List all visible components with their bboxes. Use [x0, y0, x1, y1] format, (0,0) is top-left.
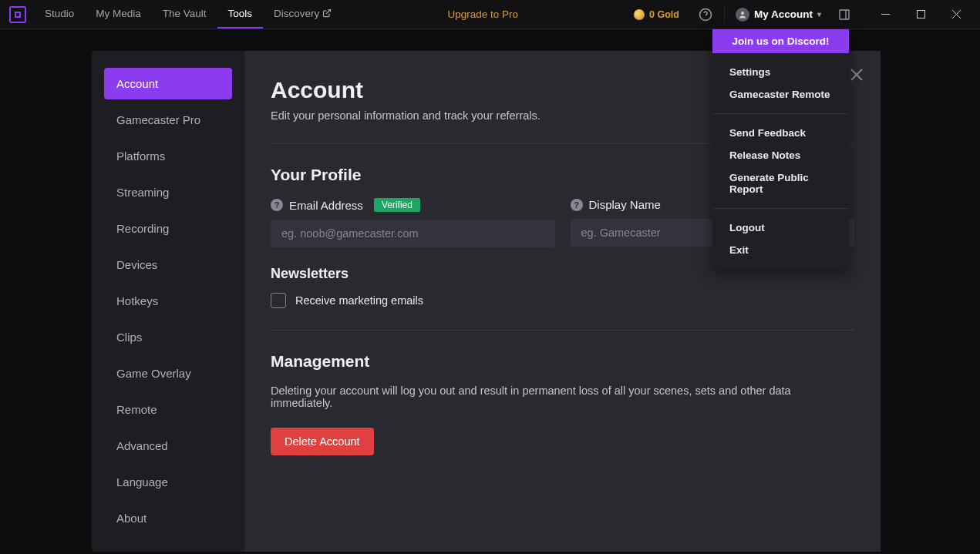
nav-tab-discovery-label: Discovery: [274, 8, 319, 19]
layout-toggle-button[interactable]: [829, 0, 860, 29]
avatar-icon: [736, 8, 749, 22]
nav-tab-studio[interactable]: Studio: [34, 0, 85, 29]
gold-coin-icon: [634, 9, 645, 20]
dropdown-item-gamecaster-remote[interactable]: Gamecaster Remote: [712, 83, 849, 106]
window-maximize-button[interactable]: [903, 0, 938, 29]
app-logo[interactable]: [9, 6, 26, 23]
discord-banner[interactable]: Join us on Discord!: [712, 29, 849, 53]
dropdown-item-exit[interactable]: Exit: [712, 239, 849, 261]
help-icon[interactable]: ?: [271, 199, 283, 211]
sidebar-item-account[interactable]: Account: [104, 68, 232, 99]
account-dropdown: Join us on Discord! Settings Gamecaster …: [712, 29, 849, 269]
upgrade-to-pro-link[interactable]: Upgrade to Pro: [447, 8, 518, 20]
marketing-emails-label: Receive marketing emails: [295, 294, 423, 307]
dropdown-item-send-feedback[interactable]: Send Feedback: [712, 122, 849, 144]
dropdown-item-logout[interactable]: Logout: [712, 217, 849, 239]
sidebar-item-hotkeys[interactable]: Hotkeys: [104, 285, 232, 317]
settings-sidebar: Account Gamecaster Pro Platforms Streami…: [92, 51, 244, 552]
sidebar-item-remote[interactable]: Remote: [104, 394, 232, 425]
sidebar-item-about[interactable]: About: [104, 502, 232, 534]
nav-tab-my-media[interactable]: My Media: [85, 0, 152, 29]
svg-rect-4: [840, 10, 849, 19]
nav-tabs: Studio My Media The Vault Tools Discover…: [34, 0, 342, 29]
display-name-label: Display Name: [589, 198, 661, 211]
verified-badge: Verified: [374, 198, 420, 212]
titlebar: Studio My Media The Vault Tools Discover…: [0, 0, 980, 29]
divider: [271, 330, 854, 331]
sidebar-item-language[interactable]: Language: [104, 466, 232, 498]
my-account-label: My Account: [754, 8, 813, 20]
sidebar-item-devices[interactable]: Devices: [104, 249, 232, 280]
sidebar-item-platforms[interactable]: Platforms: [104, 140, 232, 172]
my-account-button[interactable]: My Account ▾: [728, 8, 829, 22]
sidebar-item-streaming[interactable]: Streaming: [104, 176, 232, 208]
chevron-down-icon: ▾: [817, 10, 821, 18]
help-button[interactable]: [690, 0, 721, 29]
svg-point-3: [741, 12, 744, 15]
window-minimize-button[interactable]: [867, 0, 903, 29]
window-close-button[interactable]: [938, 0, 974, 29]
nav-tab-tools[interactable]: Tools: [217, 0, 264, 29]
svg-line-0: [326, 9, 331, 14]
gold-amount: 0 Gold: [649, 9, 679, 20]
dropdown-item-settings[interactable]: Settings: [712, 61, 849, 83]
management-text: Deleting your account will log you out a…: [271, 384, 854, 409]
email-label: Email Address: [289, 199, 363, 212]
nav-tab-the-vault[interactable]: The Vault: [152, 0, 217, 29]
delete-account-button[interactable]: Delete Account: [271, 428, 374, 455]
dropdown-item-release-notes[interactable]: Release Notes: [712, 144, 849, 166]
sidebar-item-gamecaster-pro[interactable]: Gamecaster Pro: [104, 104, 232, 136]
nav-tab-discovery[interactable]: Discovery: [263, 0, 342, 29]
marketing-emails-checkbox[interactable]: [271, 293, 286, 308]
close-button[interactable]: [850, 68, 864, 85]
management-heading: Management: [271, 352, 854, 371]
gold-balance[interactable]: 0 Gold: [623, 9, 690, 20]
external-link-icon: [322, 8, 332, 19]
sidebar-item-game-overlay[interactable]: Game Overlay: [104, 358, 232, 389]
svg-rect-7: [917, 11, 924, 18]
email-input[interactable]: [271, 220, 555, 247]
sidebar-item-advanced[interactable]: Advanced: [104, 430, 232, 462]
sidebar-item-clips[interactable]: Clips: [104, 321, 232, 353]
help-icon[interactable]: ?: [571, 199, 583, 211]
dropdown-item-generate-public-report[interactable]: Generate Public Report: [712, 166, 849, 200]
sidebar-item-recording[interactable]: Recording: [104, 213, 232, 244]
